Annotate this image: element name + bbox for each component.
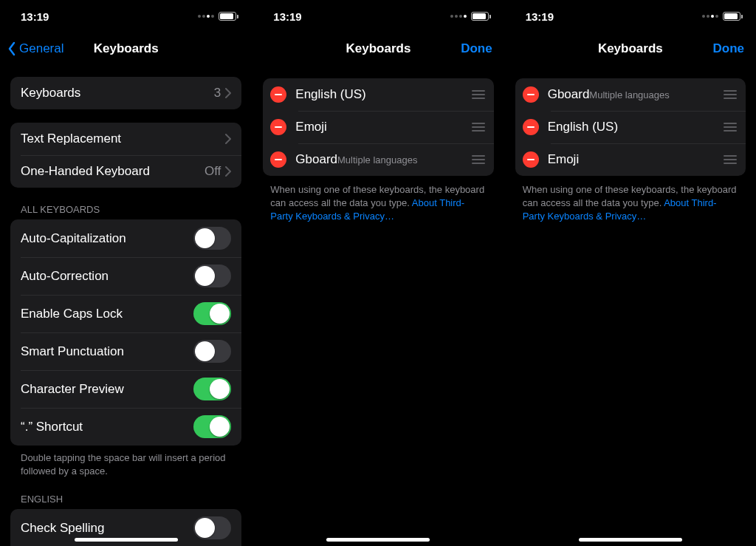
reorder-handle-icon[interactable] xyxy=(470,90,487,99)
battery-icon xyxy=(723,12,743,21)
toggle-character-preview[interactable] xyxy=(193,378,231,400)
toggle-auto-capitalization[interactable] xyxy=(193,227,231,250)
reorder-handle-icon[interactable] xyxy=(722,123,738,132)
row-label: Gboard xyxy=(548,87,590,101)
toggle-caps-lock[interactable] xyxy=(193,302,231,325)
nav-bar: General Keyboards xyxy=(0,33,252,65)
section-header-english: ENGLISH xyxy=(0,477,252,509)
nav-title: Keyboards xyxy=(346,41,411,56)
row-text-replacement[interactable]: Text Replacement xyxy=(10,123,241,155)
chevron-left-icon xyxy=(7,41,16,56)
home-indicator[interactable] xyxy=(75,538,178,542)
third-party-footer: When using one of these keyboards, the k… xyxy=(505,176,756,223)
battery-icon xyxy=(219,12,238,21)
keyboard-row[interactable]: GboardMultiple languages xyxy=(263,143,493,176)
row-label: Emoji xyxy=(295,120,327,134)
section-header-all-keyboards: ALL KEYBOARDS xyxy=(0,188,252,219)
row-label: Check Spelling xyxy=(21,521,104,536)
keyboard-row[interactable]: Emoji xyxy=(515,143,746,176)
section-footer-dot-shortcut: Double tapping the space bar will insert… xyxy=(0,446,252,477)
row-label: “.” Shortcut xyxy=(21,420,83,434)
home-indicator[interactable] xyxy=(579,538,682,542)
row-enable-caps-lock: Enable Caps Lock xyxy=(10,295,241,332)
screen-keyboards-edit-b: 13:19 Keyboards Done GboardMultiple lang… xyxy=(504,0,756,546)
toggle-dot-shortcut[interactable] xyxy=(193,415,231,438)
keyboard-row[interactable]: English (US) xyxy=(263,78,493,111)
nav-title: Keyboards xyxy=(94,41,159,56)
keyboard-row[interactable]: Emoji xyxy=(263,111,493,143)
row-sub: Multiple languages xyxy=(337,154,417,165)
nav-bar: Keyboards Done xyxy=(252,33,504,65)
status-bar: 13:19 xyxy=(505,0,756,33)
done-button[interactable]: Done xyxy=(712,41,744,56)
cellular-icon xyxy=(702,15,718,18)
row-keyboards[interactable]: Keyboards 3 xyxy=(10,77,241,109)
row-label: Auto-Correction xyxy=(21,269,109,284)
delete-icon[interactable] xyxy=(270,151,286,168)
row-label: Keyboards xyxy=(21,86,80,100)
done-button[interactable]: Done xyxy=(461,41,492,56)
status-time: 13:19 xyxy=(21,10,49,23)
toggle-check-spelling[interactable] xyxy=(193,516,231,539)
delete-icon[interactable] xyxy=(523,151,539,168)
row-character-preview: Character Preview xyxy=(10,370,241,408)
delete-icon[interactable] xyxy=(523,86,539,103)
cellular-icon xyxy=(450,15,467,18)
row-detail: Off xyxy=(205,164,221,179)
row-auto-correction: Auto-Correction xyxy=(10,257,241,295)
row-label: Gboard xyxy=(295,152,337,166)
back-button[interactable]: General xyxy=(7,41,63,56)
row-label: Character Preview xyxy=(21,382,124,397)
row-one-handed[interactable]: One-Handed Keyboard Off xyxy=(10,155,241,188)
status-bar: 13:19 xyxy=(252,0,504,33)
reorder-handle-icon[interactable] xyxy=(722,90,738,99)
battery-icon xyxy=(471,12,491,21)
row-label: English (US) xyxy=(295,87,365,101)
keyboard-row[interactable]: GboardMultiple languages xyxy=(515,78,746,111)
home-indicator[interactable] xyxy=(326,538,430,542)
nav-bar: Keyboards Done xyxy=(505,33,756,65)
chevron-right-icon xyxy=(225,88,231,98)
row-label: Enable Caps Lock xyxy=(21,307,123,321)
reorder-handle-icon[interactable] xyxy=(722,155,738,164)
row-label: English (US) xyxy=(548,120,618,134)
row-dot-shortcut: “.” Shortcut xyxy=(10,408,241,446)
delete-icon[interactable] xyxy=(523,119,539,135)
screen-keyboards-settings: 13:19 General Keyboards Keyboards 3 xyxy=(0,0,252,546)
chevron-right-icon xyxy=(225,166,231,177)
status-time: 13:19 xyxy=(526,10,554,23)
row-label: Smart Punctuation xyxy=(21,344,124,359)
row-auto-capitalization: Auto-Capitalization xyxy=(10,219,241,257)
row-label: Emoji xyxy=(548,152,580,166)
row-sub: Multiple languages xyxy=(589,89,669,100)
keyboard-row[interactable]: English (US) xyxy=(515,111,746,143)
back-label: General xyxy=(19,41,63,56)
toggle-auto-correction[interactable] xyxy=(193,265,231,287)
third-party-footer: When using one of these keyboards, the k… xyxy=(252,176,504,223)
screen-keyboards-edit-a: 13:19 Keyboards Done English (US) Emoji xyxy=(252,0,504,546)
reorder-handle-icon[interactable] xyxy=(470,155,487,164)
chevron-right-icon xyxy=(225,134,231,144)
status-bar: 13:19 xyxy=(0,0,252,33)
delete-icon[interactable] xyxy=(270,86,286,103)
row-detail: 3 xyxy=(214,86,221,100)
row-label: One-Handed Keyboard xyxy=(21,164,150,179)
nav-title: Keyboards xyxy=(598,41,663,56)
cellular-icon xyxy=(198,15,214,18)
status-time: 13:19 xyxy=(273,10,301,23)
reorder-handle-icon[interactable] xyxy=(470,123,487,132)
row-label: Auto-Capitalization xyxy=(21,231,126,246)
row-smart-punctuation: Smart Punctuation xyxy=(10,332,241,370)
toggle-smart-punctuation[interactable] xyxy=(193,340,231,363)
delete-icon[interactable] xyxy=(270,119,286,135)
row-label: Text Replacement xyxy=(21,132,121,146)
